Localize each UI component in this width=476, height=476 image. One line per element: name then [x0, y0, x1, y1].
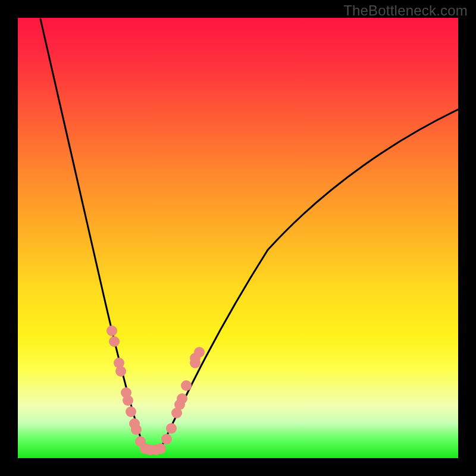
svg-point-21 [190, 353, 201, 364]
sample-dots [107, 325, 205, 455]
curve-left-branch [40, 19, 144, 449]
svg-point-6 [126, 406, 136, 417]
outer-frame: TheBottleneck.com [0, 0, 476, 476]
svg-point-1 [109, 336, 120, 347]
svg-point-0 [107, 325, 117, 336]
plot-area [18, 18, 458, 458]
svg-point-13 [155, 443, 166, 454]
svg-point-18 [181, 380, 192, 391]
bottleneck-curve [18, 18, 458, 458]
svg-point-8 [131, 424, 142, 435]
watermark-text: TheBottleneck.com [343, 2, 468, 19]
svg-point-15 [166, 423, 177, 434]
svg-point-5 [123, 395, 133, 406]
svg-point-22 [177, 393, 187, 404]
curve-right-branch [161, 109, 458, 449]
svg-point-14 [161, 434, 172, 444]
svg-point-3 [115, 366, 126, 377]
